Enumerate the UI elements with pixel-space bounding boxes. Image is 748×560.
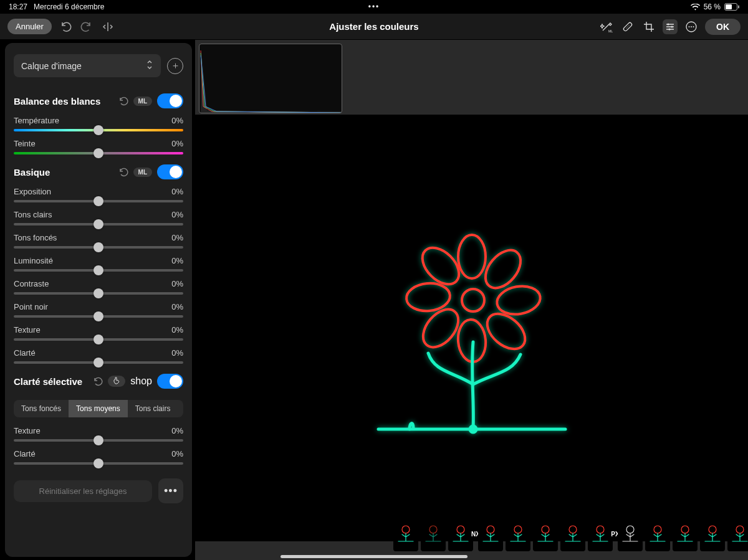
preset-thumb[interactable] xyxy=(478,516,503,551)
highlights-value: 0% xyxy=(171,210,183,219)
reset-selclarity-icon[interactable] xyxy=(93,376,103,386)
reset-wb-icon[interactable] xyxy=(118,96,128,106)
svg-point-26 xyxy=(429,526,437,533)
preset-thumb[interactable] xyxy=(533,516,558,551)
texture2-label: Texture xyxy=(14,426,41,435)
brightness-label: Luminosité xyxy=(14,256,53,265)
seg-highlights[interactable]: Tons clairs xyxy=(128,400,178,417)
brightness-slider[interactable] xyxy=(14,269,183,272)
contrast-value: 0% xyxy=(171,279,183,288)
svg-point-24 xyxy=(470,426,476,432)
blackpoint-value: 0% xyxy=(171,302,183,311)
page-title: Ajuster les couleurs xyxy=(329,21,418,32)
svg-point-32 xyxy=(597,526,604,533)
layer-select[interactable]: Calque d'image xyxy=(14,54,161,77)
tint-slider[interactable] xyxy=(14,152,183,154)
preset-thumb[interactable] xyxy=(700,516,725,551)
preset-thumb[interactable] xyxy=(727,516,748,551)
ml-badge[interactable]: ML xyxy=(133,97,152,106)
blackpoint-label: Point noir xyxy=(14,302,48,311)
preset-thumb[interactable] xyxy=(560,516,585,551)
cancel-button[interactable]: Annuler xyxy=(7,19,52,34)
preset-thumb[interactable] xyxy=(506,516,530,551)
adjustments-sidebar: Calque d'image ＋ Balance des blancs ML T… xyxy=(5,43,192,557)
contrast-label: Contraste xyxy=(14,279,49,288)
multitask-dots-icon[interactable]: ••• xyxy=(368,2,380,11)
status-time: 18:27 xyxy=(9,2,27,11)
preset-thumb[interactable] xyxy=(645,516,670,551)
ok-button[interactable]: OK xyxy=(705,19,741,35)
svg-point-14 xyxy=(693,26,694,27)
svg-point-28 xyxy=(487,526,494,533)
tone-segmented[interactable]: Tons foncés Tons moyens Tons clairs xyxy=(14,400,183,417)
shadows-label: Tons foncés xyxy=(14,233,57,242)
main-image[interactable] xyxy=(195,115,748,541)
sel-clarity-toggle[interactable] xyxy=(157,374,183,389)
reset-basic-icon[interactable] xyxy=(118,167,128,177)
exposure-label: Exposition xyxy=(14,187,51,196)
add-layer-button[interactable]: ＋ xyxy=(167,58,183,74)
clarity2-slider[interactable] xyxy=(14,462,183,465)
redo-icon[interactable] xyxy=(79,19,94,34)
white-balance-toggle[interactable] xyxy=(157,93,183,108)
crop-icon[interactable] xyxy=(641,19,656,34)
contrast-slider[interactable] xyxy=(14,292,183,295)
texture2-slider[interactable] xyxy=(14,439,183,442)
adjustments-icon[interactable] xyxy=(663,19,678,34)
clarity2-value: 0% xyxy=(171,449,183,458)
svg-rect-1 xyxy=(726,4,732,9)
ml-badge-basic[interactable]: ML xyxy=(133,168,152,177)
undo-icon[interactable] xyxy=(58,19,73,34)
preset-thumb[interactable] xyxy=(448,516,473,551)
texture2-value: 0% xyxy=(171,426,183,435)
histogram xyxy=(199,44,342,113)
svg-point-31 xyxy=(569,526,577,533)
wifi-icon xyxy=(691,4,700,11)
svg-point-30 xyxy=(542,526,549,533)
toolbar: Annuler Ajuster les couleurs ML OK xyxy=(0,14,748,40)
svg-point-6 xyxy=(627,26,628,27)
more-options-button[interactable]: ••• xyxy=(158,478,183,503)
magic-wand-icon[interactable]: ML xyxy=(599,19,614,34)
seg-midtones[interactable]: Tons moyens xyxy=(69,400,128,417)
texture-value: 0% xyxy=(171,325,183,335)
preset-thumb[interactable] xyxy=(421,516,446,551)
preset-thumb[interactable] xyxy=(393,516,418,551)
basic-title: Basique xyxy=(14,167,50,178)
clarity-slider[interactable] xyxy=(14,361,183,364)
finger-icon[interactable] xyxy=(108,376,125,387)
texture-label: Texture xyxy=(14,325,41,335)
svg-point-34 xyxy=(654,526,661,533)
battery-icon xyxy=(724,3,739,11)
preset-thumb[interactable] xyxy=(588,516,613,551)
tint-value: 0% xyxy=(171,139,183,148)
home-indicator[interactable] xyxy=(280,555,467,558)
preset-thumb[interactable] xyxy=(618,516,643,551)
seg-shadows[interactable]: Tons foncés xyxy=(14,400,69,417)
battery-percent: 56 % xyxy=(704,2,721,11)
svg-point-35 xyxy=(681,526,689,533)
exposure-slider[interactable] xyxy=(14,200,183,202)
more-menu-icon[interactable] xyxy=(684,19,699,34)
bandage-icon[interactable] xyxy=(620,19,635,34)
basic-toggle[interactable] xyxy=(157,164,183,179)
compare-icon[interactable] xyxy=(100,19,115,34)
blackpoint-slider[interactable] xyxy=(14,315,183,318)
clarity-value: 0% xyxy=(171,348,183,358)
svg-point-17 xyxy=(494,283,542,317)
svg-point-27 xyxy=(457,526,464,533)
reset-settings-button[interactable]: Réinitialiser les réglages xyxy=(14,480,152,502)
tint-label: Teinte xyxy=(14,139,36,148)
exposure-value: 0% xyxy=(171,187,183,196)
temperature-slider[interactable] xyxy=(14,129,183,131)
shadows-slider[interactable] xyxy=(14,246,183,249)
preset-thumb[interactable] xyxy=(673,516,698,551)
section-white-balance: Balance des blancs ML xyxy=(5,88,192,113)
svg-point-8 xyxy=(667,23,669,25)
section-basic: Basique ML xyxy=(5,159,192,184)
texture-slider[interactable] xyxy=(14,338,183,341)
preset-filmstrip: NX PX xyxy=(391,516,739,554)
white-balance-title: Balance des blancs xyxy=(14,96,100,107)
highlights-slider[interactable] xyxy=(14,223,183,225)
shadows-value: 0% xyxy=(171,233,183,242)
